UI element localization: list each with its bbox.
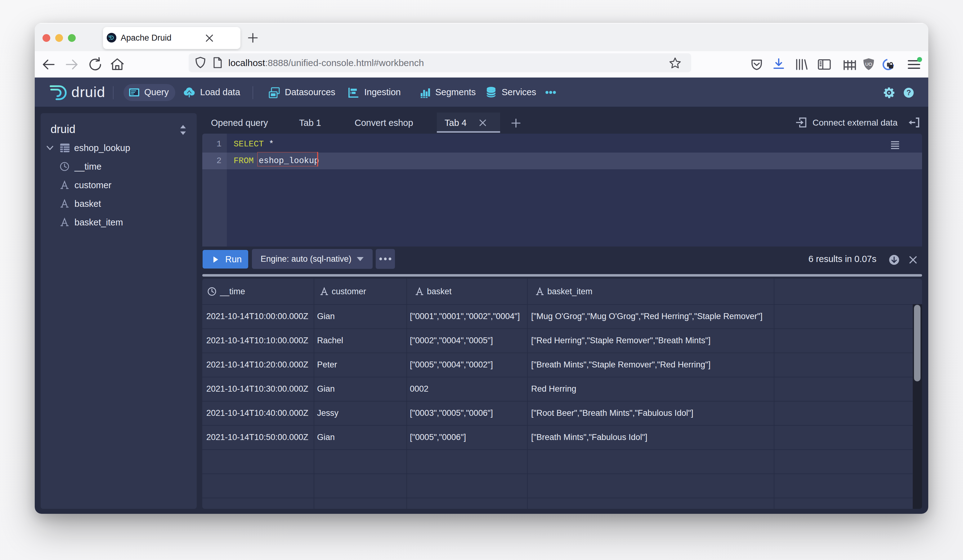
svg-text:?: ? <box>906 88 911 97</box>
svg-text:UO: UO <box>865 62 872 67</box>
